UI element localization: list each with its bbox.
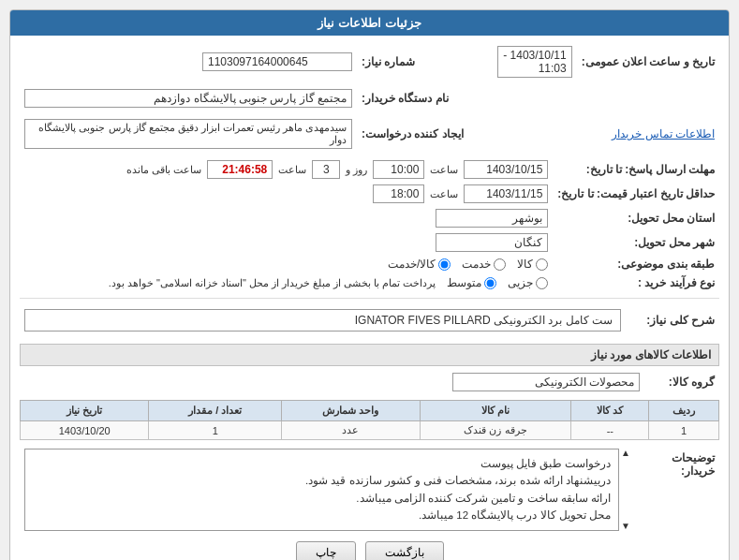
divider-1 — [20, 298, 719, 299]
kala-table: ردیف کد کالا نام کالا واحد شمارش تعداد /… — [20, 400, 719, 440]
tarikhIrsal-saat: 10:00 — [373, 160, 424, 179]
tabaghe-kala-khadamat-option[interactable]: کالا/خدمت — [388, 258, 451, 271]
hadasagal-date: 1403/11/15 — [464, 184, 548, 203]
saat-label-3: ساعت — [430, 188, 458, 200]
toziahat-table: توضیحات خریدار: ▲ ▼ درخواست طبق فایل پیو… — [20, 446, 719, 534]
tabaghe-radio-group: کالا خدمت کالا/خدمت — [24, 258, 548, 271]
page-title: جزئیات اطلاعات نیاز — [318, 16, 421, 30]
noeFarayand-jozvi-option[interactable]: جزیی — [508, 276, 548, 289]
noeFarayand-radio-group: جزیی متوسط پرداخت تمام با بخشی از مبلغ خ… — [24, 276, 548, 289]
ostan-label: استان محل تحویل: — [553, 206, 719, 230]
toziahat-label: توضیحات خریدار: — [635, 446, 719, 534]
groupKala-label: گروه کالا: — [644, 370, 719, 394]
saat-label-1: ساعت — [430, 164, 458, 176]
info-table-top: تاریخ و ساعت اعلان عمومی: 1403/10/11 - 1… — [20, 43, 719, 152]
tabaghe-khadamat-option[interactable]: خدمت — [462, 258, 506, 271]
col-tedad: تعداد / مقدار — [149, 401, 282, 421]
baghimande-label: ساعت باقی مانده — [126, 164, 201, 176]
table-row: 1--جرقه زن قندکعدد11403/10/20 — [21, 421, 719, 440]
groupKala-value: محصولات الکترونیکی — [452, 373, 640, 391]
noeFarayand-jozvi-label: جزیی — [508, 276, 533, 289]
cell-tarikh: 1403/10/20 — [21, 421, 149, 440]
hadasagal-label: حداقل تاریخ اعتبار قیمت: تا تاریخ: — [553, 182, 719, 206]
cell-tedad: 1 — [149, 421, 282, 440]
col-kodKala: کد کالا — [571, 401, 649, 421]
cell-vahed: عدد — [282, 421, 421, 440]
cell-namKala: جرقه زن قندک — [420, 421, 571, 440]
col-radif: ردیف — [649, 401, 719, 421]
tabaghe-label: طبقه بندی موضوعی: — [553, 255, 719, 273]
sharh-table: شرح کلی نیاز: ست کامل برد الکترونیکی IGN… — [20, 302, 719, 338]
tabaghe-kala-option[interactable]: کالا — [517, 258, 548, 271]
namDastgah-label: نام دستگاه خریدار: — [357, 86, 468, 111]
tabaghe-khadamat-label: خدمت — [462, 258, 491, 271]
ijadKonande-value: سیدمهدی ماهر رئیس تعمرات ابزار دقیق مجتم… — [24, 119, 352, 149]
shomareNiaz-label: شماره نیاز: — [357, 43, 468, 81]
tabaghe-kala-label: کالا — [517, 258, 533, 271]
cell-radif: 1 — [649, 421, 719, 440]
roz-label: روز و — [346, 164, 367, 176]
page-wrapper: جزئیات اطلاعات نیاز تاریخ و ساعت اعلان ع… — [0, 0, 739, 560]
groupKala-table: گروه کالا: محصولات الکترونیکی — [20, 370, 719, 394]
noeFarayand-text: پرداخت تمام با بخشی از مبلغ خریدار از مح… — [109, 277, 436, 289]
scroll-down-btn[interactable]: ▼ — [621, 522, 630, 531]
sharhKolliNiaz-label: شرح کلی نیاز: — [626, 302, 719, 338]
noeFarayand-label: نوع فرآیند خرید : — [553, 273, 719, 292]
tarikhIrsal-label: مهلت ارسال پاسخ: تا تاریخ: — [553, 157, 719, 182]
ijadKonande-link[interactable]: اطلاعات تماس خریدار — [612, 127, 715, 140]
col-vahed: واحد شمارش — [282, 401, 421, 421]
card-header: جزئیات اطلاعات نیاز — [10, 10, 729, 36]
shahr-value: کنگان — [436, 233, 548, 252]
shomareNiaz-value: 1103097164000645 — [202, 52, 352, 71]
tarikhElan-label: تاریخ و ساعت اعلان عمومی: — [577, 43, 719, 81]
toziahat-content: درخواست طبق فایل پیوستدرییشنهاد ارائه شد… — [24, 449, 619, 531]
chap-button[interactable]: چاپ — [296, 541, 356, 560]
hadasagal-saat: 18:00 — [373, 184, 424, 203]
tarikhElan-value: 1403/10/11 - 11:03 — [497, 46, 572, 78]
shahr-label: شهر محل تحویل: — [553, 230, 719, 255]
saat-label-2: ساعت — [278, 164, 306, 176]
cell-kodKala: -- — [571, 421, 649, 440]
tabaghe-kala-khadamat-label: کالا/خدمت — [388, 258, 436, 271]
col-namKala: نام کالا — [420, 401, 571, 421]
btn-row: بازگشت چاپ — [20, 541, 719, 560]
bazgasht-button[interactable]: بازگشت — [365, 541, 444, 560]
noeFarayand-motavaset-label: متوسط — [447, 276, 481, 289]
ostan-value: بوشهر — [436, 209, 548, 228]
tarikhIrsal-date: 1403/10/15 — [464, 160, 548, 179]
main-card: جزئیات اطلاعات نیاز تاریخ و ساعت اعلان ع… — [9, 9, 730, 560]
noeFarayand-motavaset-option[interactable]: متوسط — [447, 276, 496, 289]
info-table-dates: مهلت ارسال پاسخ: تا تاریخ: 1403/10/15 سا… — [20, 157, 719, 292]
namDastgah-value: مجتمع گاز پارس جنوبی پالایشگاه دوازدهم — [24, 89, 352, 108]
sharhKolliNiaz-value: ست کامل برد الکترونیکی IGNATOR FIVES PIL… — [24, 309, 621, 332]
tarikhIrsal-baghimande: 21:46:58 — [207, 160, 273, 179]
card-body: تاریخ و ساعت اعلان عمومی: 1403/10/11 - 1… — [10, 36, 729, 560]
scroll-up-btn[interactable]: ▲ — [621, 449, 630, 458]
ijadKonande-label: ایجاد کننده درخواست: — [357, 116, 468, 152]
ettalaatSection-title: اطلاعات کالاهای مورد نیاز — [20, 344, 719, 366]
col-tarikh: تاریخ نیاز — [21, 401, 149, 421]
tarikhIrsal-roz: 3 — [312, 160, 340, 179]
